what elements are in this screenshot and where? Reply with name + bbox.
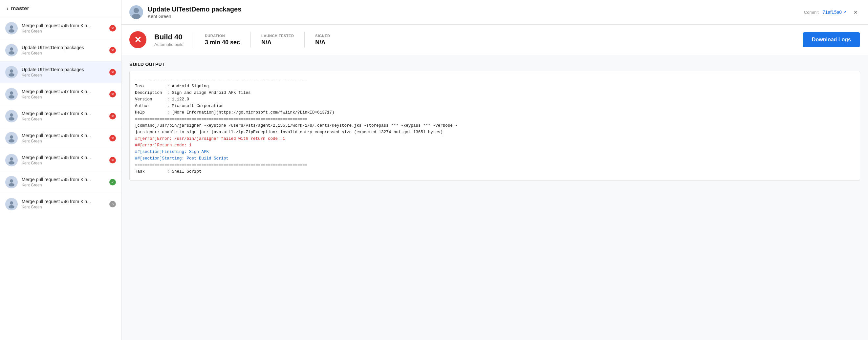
item-text: Merge pull request #46 from Kin...Kent G… bbox=[22, 199, 105, 209]
item-text: Merge pull request #47 from Kin...Kent G… bbox=[22, 111, 105, 121]
svg-point-12 bbox=[10, 157, 13, 160]
build-output-line: Help : [More Information](https://go.mic… bbox=[135, 110, 335, 115]
status-icon: ✓ bbox=[109, 179, 116, 185]
build-output-line: Author : Microsoft Corporation bbox=[135, 104, 223, 108]
item-text: Update UITestDemo packagesKent Green bbox=[22, 45, 105, 56]
item-title: Update UITestDemo packages bbox=[22, 45, 97, 50]
svg-point-4 bbox=[10, 69, 13, 72]
commit-label: Commit bbox=[804, 10, 819, 15]
commit-hash[interactable]: 71af15a0 ↗ bbox=[823, 9, 846, 15]
item-title: Merge pull request #47 from Kin... bbox=[22, 89, 97, 94]
item-text: Merge pull request #45 from Kin...Kent G… bbox=[22, 23, 105, 33]
status-icon: ✕ bbox=[109, 91, 116, 97]
svg-point-15 bbox=[8, 183, 14, 186]
svg-point-5 bbox=[8, 73, 14, 76]
item-subtitle: Kent Green bbox=[22, 205, 105, 209]
sidebar-title: master bbox=[11, 5, 29, 12]
sidebar-item[interactable]: Merge pull request #45 from Kin...Kent G… bbox=[0, 149, 121, 171]
build-sublabel: Automatic build bbox=[154, 42, 184, 47]
build-output-line: ========================================… bbox=[135, 163, 307, 167]
svg-point-19 bbox=[132, 14, 141, 19]
sidebar-item[interactable]: Update UITestDemo packagesKent Green✕ bbox=[0, 39, 121, 61]
avatar bbox=[129, 5, 143, 19]
sidebar-item[interactable]: Merge pull request #45 from Kin...Kent G… bbox=[0, 18, 121, 39]
launch-tested-stat: LAUNCH TESTED N/A bbox=[261, 34, 294, 46]
sidebar-item[interactable]: Merge pull request #47 from Kin...Kent G… bbox=[0, 105, 121, 127]
build-output-line: [command]/usr/bin/jarsigner -keystore /U… bbox=[135, 123, 458, 128]
item-title: Merge pull request #47 from Kin... bbox=[22, 111, 97, 116]
svg-point-13 bbox=[8, 161, 14, 164]
item-subtitle: Kent Green bbox=[22, 51, 105, 56]
duration-stat: DURATION 3 min 40 sec bbox=[205, 34, 240, 46]
main-header-title-block: Update UITestDemo packages Kent Green bbox=[148, 6, 799, 19]
item-title: Update UITestDemo packages bbox=[22, 67, 97, 72]
svg-point-11 bbox=[8, 139, 14, 143]
svg-point-6 bbox=[10, 91, 13, 94]
build-output-section: BUILD OUTPUT ===========================… bbox=[121, 55, 868, 340]
status-icon: ✕ bbox=[109, 25, 116, 31]
avatar bbox=[5, 154, 18, 166]
sidebar-items-list: Merge pull request #45 from Kin...Kent G… bbox=[0, 18, 121, 215]
build-output-line: Description : Sign and align Android APK… bbox=[135, 91, 251, 95]
sidebar-item[interactable]: Update UITestDemo packagesKent Green✕ bbox=[0, 61, 121, 83]
avatar bbox=[5, 198, 18, 210]
status-icon: ✕ bbox=[109, 135, 116, 142]
item-title: Merge pull request #45 from Kin... bbox=[22, 155, 97, 160]
svg-point-16 bbox=[10, 201, 13, 205]
page-title: Update UITestDemo packages bbox=[148, 6, 799, 13]
avatar bbox=[5, 66, 18, 79]
duration-label: DURATION bbox=[205, 34, 240, 38]
build-output-line: Task : Android Signing bbox=[135, 84, 209, 89]
close-button[interactable]: × bbox=[851, 7, 860, 17]
item-title: Merge pull request #46 from Kin... bbox=[22, 199, 97, 204]
page-author: Kent Green bbox=[148, 14, 799, 19]
status-icon: ✕ bbox=[109, 157, 116, 163]
svg-point-9 bbox=[8, 117, 14, 120]
sidebar-header[interactable]: ‹ master bbox=[0, 0, 121, 18]
status-icon: ✕ bbox=[109, 69, 116, 75]
avatar bbox=[5, 44, 18, 57]
build-output-line: ##[error]Error: /usr/bin/jarsigner faile… bbox=[135, 136, 285, 141]
svg-point-3 bbox=[8, 51, 14, 55]
download-logs-button[interactable]: Download Logs bbox=[803, 32, 860, 47]
build-output-line: ========================================… bbox=[135, 117, 307, 121]
sidebar-item[interactable]: Merge pull request #45 from Kin...Kent G… bbox=[0, 171, 121, 193]
item-subtitle: Kent Green bbox=[22, 139, 105, 144]
svg-point-0 bbox=[10, 25, 13, 29]
item-text: Update UITestDemo packagesKent Green bbox=[22, 67, 105, 78]
build-output-line: ##[section]Starting: Post Build Script bbox=[135, 156, 228, 161]
avatar bbox=[5, 22, 18, 34]
build-error-icon: ✕ bbox=[129, 31, 147, 48]
svg-point-2 bbox=[10, 47, 13, 51]
avatar bbox=[5, 176, 18, 188]
status-icon: ✕ bbox=[109, 113, 116, 120]
build-output-line: jarsigner: unable to sign jar: java.util… bbox=[135, 130, 443, 134]
svg-point-17 bbox=[8, 205, 14, 208]
avatar bbox=[5, 132, 18, 145]
signed-value: N/A bbox=[315, 39, 330, 46]
svg-point-1 bbox=[8, 29, 14, 32]
main-header: Update UITestDemo packages Kent Green Co… bbox=[121, 0, 868, 25]
item-subtitle: Kent Green bbox=[22, 117, 105, 121]
build-output-header: BUILD OUTPUT bbox=[129, 62, 860, 67]
build-output-line: ========================================… bbox=[135, 78, 307, 82]
sidebar: ‹ master Merge pull request #45 from Kin… bbox=[0, 0, 121, 340]
svg-point-8 bbox=[10, 113, 13, 117]
item-title: Merge pull request #45 from Kin... bbox=[22, 133, 97, 138]
item-subtitle: Kent Green bbox=[22, 95, 105, 99]
sidebar-item[interactable]: Merge pull request #45 from Kin...Kent G… bbox=[0, 127, 121, 149]
external-link-icon[interactable]: ↗ bbox=[843, 10, 846, 14]
avatar bbox=[5, 88, 18, 100]
divider-3 bbox=[304, 32, 305, 48]
build-output-line: Version : 1.122.0 bbox=[135, 97, 189, 102]
item-subtitle: Kent Green bbox=[22, 161, 105, 165]
status-icon: ○ bbox=[109, 201, 116, 208]
item-title: Merge pull request #45 from Kin... bbox=[22, 177, 97, 182]
build-output-line: Task : Shell Script bbox=[135, 169, 202, 174]
sidebar-item[interactable]: Merge pull request #46 from Kin...Kent G… bbox=[0, 193, 121, 215]
sidebar-item[interactable]: Merge pull request #47 from Kin...Kent G… bbox=[0, 83, 121, 105]
item-text: Merge pull request #45 from Kin...Kent G… bbox=[22, 133, 105, 144]
duration-value: 3 min 40 sec bbox=[205, 39, 240, 46]
item-title: Merge pull request #45 from Kin... bbox=[22, 23, 97, 28]
back-arrow-icon[interactable]: ‹ bbox=[6, 6, 8, 11]
